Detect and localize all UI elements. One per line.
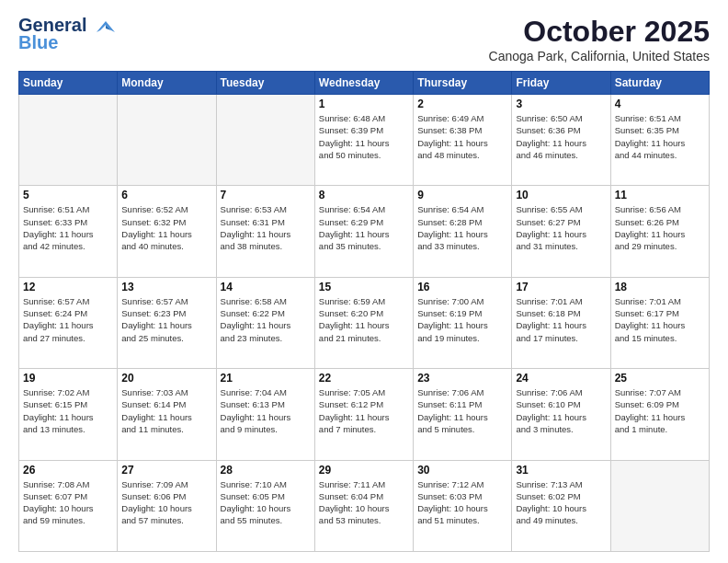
table-row: 29Sunrise: 7:11 AM Sunset: 6:04 PM Dayli… [314, 460, 413, 551]
col-saturday: Saturday [610, 72, 709, 95]
day-info: Sunrise: 7:06 AM Sunset: 6:11 PM Dayligh… [417, 386, 507, 435]
day-number: 5 [23, 189, 113, 201]
col-friday: Friday [512, 72, 610, 95]
table-row: 8Sunrise: 6:54 AM Sunset: 6:29 PM Daylig… [314, 186, 413, 277]
logo-bird-icon [93, 19, 119, 36]
day-info: Sunrise: 6:59 AM Sunset: 6:20 PM Dayligh… [319, 295, 409, 344]
day-info: Sunrise: 7:00 AM Sunset: 6:19 PM Dayligh… [417, 295, 507, 344]
day-info: Sunrise: 6:57 AM Sunset: 6:24 PM Dayligh… [23, 295, 113, 344]
table-row: 15Sunrise: 6:59 AM Sunset: 6:20 PM Dayli… [314, 277, 413, 368]
day-number: 8 [319, 189, 409, 201]
table-row: 27Sunrise: 7:09 AM Sunset: 6:06 PM Dayli… [118, 460, 216, 551]
day-info: Sunrise: 7:07 AM Sunset: 6:09 PM Dayligh… [615, 386, 705, 435]
day-info: Sunrise: 6:51 AM Sunset: 6:33 PM Dayligh… [23, 203, 113, 252]
calendar-week-1: 5Sunrise: 6:51 AM Sunset: 6:33 PM Daylig… [19, 186, 710, 277]
table-row: 22Sunrise: 7:05 AM Sunset: 6:12 PM Dayli… [314, 369, 413, 460]
day-number: 14 [221, 281, 311, 293]
day-info: Sunrise: 6:55 AM Sunset: 6:27 PM Dayligh… [516, 203, 606, 252]
day-number: 27 [121, 464, 211, 477]
day-info: Sunrise: 6:51 AM Sunset: 6:35 PM Dayligh… [615, 112, 705, 161]
day-number: 24 [516, 372, 606, 385]
day-info: Sunrise: 7:03 AM Sunset: 6:14 PM Dayligh… [121, 386, 211, 435]
day-info: Sunrise: 7:01 AM Sunset: 6:17 PM Dayligh… [615, 295, 705, 344]
table-row: 31Sunrise: 7:13 AM Sunset: 6:02 PM Dayli… [512, 460, 610, 551]
day-number: 6 [121, 189, 211, 201]
day-info: Sunrise: 7:04 AM Sunset: 6:13 PM Dayligh… [221, 386, 311, 435]
day-number: 9 [417, 189, 507, 201]
calendar-header-row: Sunday Monday Tuesday Wednesday Thursday… [19, 72, 710, 95]
day-number: 4 [615, 98, 705, 110]
table-row [118, 95, 216, 186]
day-info: Sunrise: 7:01 AM Sunset: 6:18 PM Dayligh… [516, 295, 606, 344]
logo-blue: Blue [18, 32, 58, 53]
title-block: October 2025 Canoga Park, California, Un… [489, 15, 710, 63]
day-info: Sunrise: 6:50 AM Sunset: 6:36 PM Dayligh… [516, 112, 606, 161]
day-number: 31 [516, 464, 606, 477]
table-row: 26Sunrise: 7:08 AM Sunset: 6:07 PM Dayli… [19, 460, 118, 551]
day-info: Sunrise: 7:10 AM Sunset: 6:05 PM Dayligh… [221, 478, 311, 527]
page: General Blue October 2025 Canoga Park, C… [0, 0, 728, 563]
table-row: 24Sunrise: 7:06 AM Sunset: 6:10 PM Dayli… [512, 369, 610, 460]
day-info: Sunrise: 6:49 AM Sunset: 6:38 PM Dayligh… [417, 112, 507, 161]
day-number: 11 [615, 189, 705, 201]
calendar-table: Sunday Monday Tuesday Wednesday Thursday… [18, 71, 710, 552]
table-row: 21Sunrise: 7:04 AM Sunset: 6:13 PM Dayli… [216, 369, 314, 460]
day-number: 12 [23, 281, 113, 293]
table-row: 13Sunrise: 6:57 AM Sunset: 6:23 PM Dayli… [118, 277, 216, 368]
day-info: Sunrise: 7:06 AM Sunset: 6:10 PM Dayligh… [516, 386, 606, 435]
col-thursday: Thursday [414, 72, 512, 95]
table-row: 14Sunrise: 6:58 AM Sunset: 6:22 PM Dayli… [216, 277, 314, 368]
table-row: 12Sunrise: 6:57 AM Sunset: 6:24 PM Dayli… [19, 277, 118, 368]
day-info: Sunrise: 6:56 AM Sunset: 6:26 PM Dayligh… [615, 203, 705, 252]
day-number: 10 [516, 189, 606, 201]
day-number: 20 [121, 372, 211, 385]
col-tuesday: Tuesday [216, 72, 314, 95]
header: General Blue October 2025 Canoga Park, C… [18, 15, 710, 63]
day-info: Sunrise: 6:58 AM Sunset: 6:22 PM Dayligh… [221, 295, 311, 344]
table-row: 10Sunrise: 6:55 AM Sunset: 6:27 PM Dayli… [512, 186, 610, 277]
table-row: 17Sunrise: 7:01 AM Sunset: 6:18 PM Dayli… [512, 277, 610, 368]
table-row: 30Sunrise: 7:12 AM Sunset: 6:03 PM Dayli… [414, 460, 512, 551]
day-number: 21 [221, 372, 311, 385]
calendar-week-4: 26Sunrise: 7:08 AM Sunset: 6:07 PM Dayli… [19, 460, 710, 551]
table-row: 18Sunrise: 7:01 AM Sunset: 6:17 PM Dayli… [610, 277, 709, 368]
col-sunday: Sunday [19, 72, 118, 95]
table-row: 6Sunrise: 6:52 AM Sunset: 6:32 PM Daylig… [118, 186, 216, 277]
day-number: 16 [417, 281, 507, 293]
day-info: Sunrise: 6:53 AM Sunset: 6:31 PM Dayligh… [221, 203, 311, 252]
day-number: 26 [23, 464, 113, 477]
location: Canoga Park, California, United States [489, 49, 710, 63]
day-info: Sunrise: 6:48 AM Sunset: 6:39 PM Dayligh… [319, 112, 409, 161]
col-wednesday: Wednesday [314, 72, 413, 95]
day-info: Sunrise: 6:57 AM Sunset: 6:23 PM Dayligh… [121, 295, 211, 344]
day-number: 15 [319, 281, 409, 293]
day-info: Sunrise: 7:11 AM Sunset: 6:04 PM Dayligh… [319, 478, 409, 527]
calendar-week-2: 12Sunrise: 6:57 AM Sunset: 6:24 PM Dayli… [19, 277, 710, 368]
day-number: 25 [615, 372, 705, 385]
table-row: 19Sunrise: 7:02 AM Sunset: 6:15 PM Dayli… [19, 369, 118, 460]
calendar-week-3: 19Sunrise: 7:02 AM Sunset: 6:15 PM Dayli… [19, 369, 710, 460]
day-info: Sunrise: 6:52 AM Sunset: 6:32 PM Dayligh… [121, 203, 211, 252]
calendar-week-0: 1Sunrise: 6:48 AM Sunset: 6:39 PM Daylig… [19, 95, 710, 186]
table-row: 20Sunrise: 7:03 AM Sunset: 6:14 PM Dayli… [118, 369, 216, 460]
day-number: 13 [121, 281, 211, 293]
day-info: Sunrise: 7:05 AM Sunset: 6:12 PM Dayligh… [319, 386, 409, 435]
table-row [19, 95, 118, 186]
day-number: 1 [319, 98, 409, 110]
day-info: Sunrise: 7:08 AM Sunset: 6:07 PM Dayligh… [23, 478, 113, 527]
table-row: 25Sunrise: 7:07 AM Sunset: 6:09 PM Dayli… [610, 369, 709, 460]
day-number: 23 [417, 372, 507, 385]
day-number: 28 [221, 464, 311, 477]
day-number: 18 [615, 281, 705, 293]
table-row: 2Sunrise: 6:49 AM Sunset: 6:38 PM Daylig… [414, 95, 512, 186]
col-monday: Monday [118, 72, 216, 95]
day-number: 22 [319, 372, 409, 385]
table-row: 16Sunrise: 7:00 AM Sunset: 6:19 PM Dayli… [414, 277, 512, 368]
table-row: 11Sunrise: 6:56 AM Sunset: 6:26 PM Dayli… [610, 186, 709, 277]
month-title: October 2025 [489, 15, 710, 49]
day-number: 2 [417, 98, 507, 110]
table-row: 5Sunrise: 6:51 AM Sunset: 6:33 PM Daylig… [19, 186, 118, 277]
day-info: Sunrise: 7:02 AM Sunset: 6:15 PM Dayligh… [23, 386, 113, 435]
table-row: 28Sunrise: 7:10 AM Sunset: 6:05 PM Dayli… [216, 460, 314, 551]
day-number: 29 [319, 464, 409, 477]
